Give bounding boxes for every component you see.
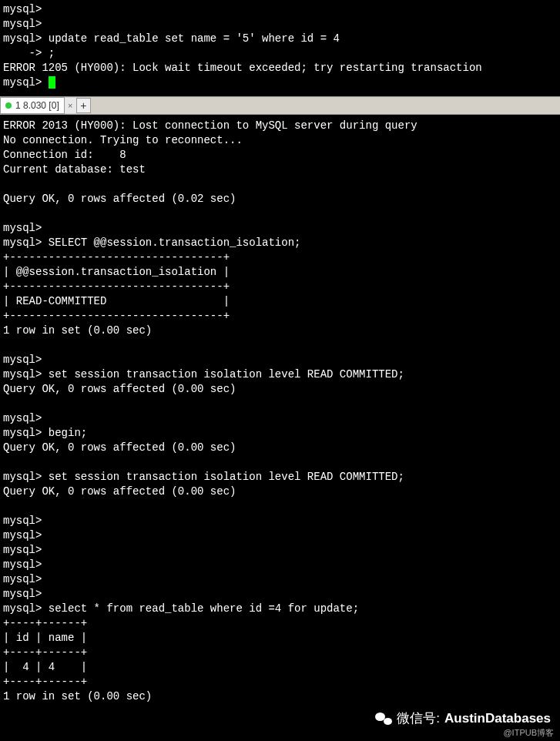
terminal-line: mysql>	[3, 3, 42, 15]
terminal-line: | 4 | 4 |	[3, 661, 87, 673]
terminal-line: +----+------+	[3, 646, 87, 659]
terminal-line: Query OK, 0 rows affected (0.00 sec)	[3, 485, 236, 498]
terminal-line: | READ-COMMITTED |	[3, 295, 230, 307]
terminal-line: mysql>	[3, 558, 42, 571]
terminal-line: mysql>	[3, 412, 42, 424]
terminal-line: 1 row in set (0.00 sec)	[3, 324, 152, 337]
terminal-line: | id | name |	[3, 632, 87, 644]
terminal-line: Current database: test	[3, 163, 146, 176]
terminal-line: mysql>	[3, 573, 42, 585]
tab-close-button[interactable]: ×	[65, 98, 77, 113]
session-tab[interactable]: 1 8.030 [0]	[0, 97, 65, 114]
terminal-line: mysql> select * from read_table where id…	[3, 602, 359, 615]
terminal-line: Connection id: 8	[3, 149, 126, 161]
terminal-line: +---------------------------------+	[3, 251, 230, 263]
watermark-prefix: 微信号:	[397, 709, 440, 727]
tab-bar: 1 8.030 [0] × +	[0, 96, 560, 115]
terminal-line: mysql> set session transaction isolation…	[3, 471, 404, 483]
watermark-sub: @ITPUB博客	[503, 727, 554, 739]
tab-label: 1 8.030 [0]	[15, 100, 59, 111]
terminal-line: ERROR 1205 (HY000): Lock wait timeout ex…	[3, 62, 482, 74]
terminal-line: mysql>	[3, 515, 42, 527]
terminal-line: mysql>	[3, 76, 49, 89]
terminal-line: ERROR 2013 (HY000): Lost connection to M…	[3, 119, 417, 132]
wechat-icon	[375, 712, 392, 726]
terminal-line: +---------------------------------+	[3, 310, 230, 322]
terminal-line: +----+------+	[3, 676, 87, 688]
terminal-line: mysql>	[3, 529, 42, 542]
terminal-session-bottom[interactable]: ERROR 2013 (HY000): Lost connection to M…	[0, 115, 560, 708]
terminal-line: -> ;	[3, 47, 55, 59]
tab-add-button[interactable]: +	[77, 98, 91, 113]
close-icon: ×	[68, 101, 72, 110]
terminal-line: mysql> begin;	[3, 427, 87, 439]
terminal-line: mysql> SELECT @@session.transaction_isol…	[3, 236, 300, 249]
terminal-line: | @@session.transaction_isolation |	[3, 266, 230, 278]
connection-status-icon	[5, 102, 12, 109]
watermark-name: AustinDatabases	[444, 711, 551, 726]
terminal-line: mysql>	[3, 588, 42, 600]
watermark: 微信号: AustinDatabases	[375, 709, 551, 727]
cursor-icon	[49, 76, 55, 89]
terminal-line: mysql>	[3, 354, 42, 366]
terminal-line: mysql>	[3, 544, 42, 556]
terminal-line: No connection. Trying to reconnect...	[3, 134, 243, 146]
terminal-line: 1 row in set (0.00 sec)	[3, 690, 152, 702]
terminal-line: mysql> set session transaction isolation…	[3, 368, 404, 381]
terminal-line: Query OK, 0 rows affected (0.00 sec)	[3, 441, 236, 454]
terminal-line: +---------------------------------+	[3, 280, 230, 293]
terminal-session-top[interactable]: mysql> mysql> mysql> update read_table s…	[0, 0, 560, 96]
plus-icon: +	[80, 99, 86, 112]
terminal-line: mysql> update read_table set name = '5' …	[3, 32, 340, 45]
terminal-line: +----+------+	[3, 617, 87, 629]
terminal-line: mysql>	[3, 18, 42, 30]
terminal-line: mysql>	[3, 222, 42, 234]
terminal-line: Query OK, 0 rows affected (0.00 sec)	[3, 383, 236, 395]
terminal-line: Query OK, 0 rows affected (0.02 sec)	[3, 193, 236, 205]
